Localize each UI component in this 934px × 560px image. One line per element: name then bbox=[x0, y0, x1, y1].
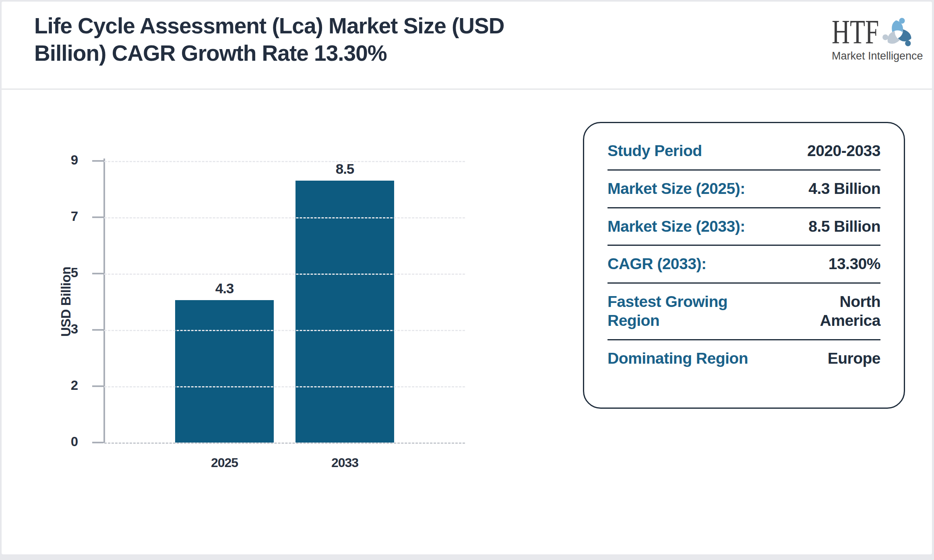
header-divider bbox=[2, 89, 932, 90]
summary-row: Study Period 2020-2033 bbox=[608, 133, 880, 169]
tick-mark bbox=[92, 329, 103, 331]
gridline bbox=[104, 161, 465, 162]
bar-category-label: 2033 bbox=[295, 455, 394, 470]
tick-mark bbox=[92, 442, 103, 443]
bar bbox=[175, 300, 274, 443]
summary-row-label: Fastest Growing Region bbox=[608, 292, 777, 330]
summary-row-label: Dominating Region bbox=[608, 349, 748, 368]
summary-row-label: Study Period bbox=[608, 142, 702, 161]
tick-label: 0 bbox=[71, 434, 78, 449]
summary-panel: Study Period 2020-2033 Market Size (2025… bbox=[583, 122, 905, 409]
report-card: Life Cycle Assessment (Lca) Market Size … bbox=[2, 2, 932, 554]
summary-row-value: North America bbox=[780, 292, 880, 330]
page-title-line: Life Cycle Assessment (Lca) Market Size … bbox=[34, 12, 504, 39]
tick-mark bbox=[92, 160, 103, 162]
htf-logo-brand: HTF bbox=[832, 14, 879, 51]
summary-row-value: 13.30% bbox=[829, 255, 880, 274]
bar-category-label: 2025 bbox=[175, 455, 274, 470]
tick-mark bbox=[92, 273, 103, 274]
bars: 4.3 2025 8.5 2033 bbox=[104, 161, 465, 443]
gridline bbox=[104, 386, 465, 387]
summary-row-value: 2020-2033 bbox=[807, 142, 880, 161]
page-title-line: Billion) CAGR Growth Rate 13.30% bbox=[34, 39, 504, 67]
summary-rows: Study Period 2020-2033 Market Size (2025… bbox=[608, 133, 880, 377]
summary-row-label: Market Size (2033): bbox=[608, 217, 745, 236]
summary-row-label: Market Size (2025): bbox=[608, 179, 745, 198]
htf-logo: HTF Market Inte bbox=[832, 14, 916, 62]
tick-label: 3 bbox=[71, 321, 78, 337]
gridline bbox=[104, 217, 465, 218]
tick-mark bbox=[92, 385, 103, 387]
summary-row: Market Size (2033): 8.5 Billion bbox=[608, 207, 880, 245]
tick-label: 7 bbox=[71, 209, 78, 224]
summary-row-label: CAGR (2033): bbox=[608, 255, 706, 274]
summary-row: Fastest Growing Region North America bbox=[608, 282, 880, 339]
gridline bbox=[104, 330, 465, 331]
summary-row: Market Size (2025): 4.3 Billion bbox=[608, 169, 880, 207]
htf-logo-subtitle: Market Intelligence bbox=[832, 50, 916, 62]
summary-row-value: 4.3 Billion bbox=[808, 179, 880, 198]
htf-logo-top: HTF bbox=[832, 14, 916, 53]
bar-group: 4.3 2025 bbox=[175, 161, 274, 443]
gridline bbox=[104, 274, 465, 275]
tick-label: 9 bbox=[71, 152, 78, 168]
tick-label: 5 bbox=[71, 265, 78, 280]
page-title: Life Cycle Assessment (Lca) Market Size … bbox=[34, 12, 504, 67]
plot-area: 4.3 2025 8.5 2033 975320 bbox=[104, 161, 465, 443]
bar-value-label: 8.5 bbox=[336, 161, 354, 177]
tick-mark bbox=[92, 216, 103, 218]
bar-value-label: 4.3 bbox=[215, 280, 234, 296]
tick-label: 2 bbox=[71, 378, 78, 393]
summary-row-value: 8.5 Billion bbox=[808, 217, 880, 236]
summary-row-value: Europe bbox=[828, 349, 880, 368]
bar bbox=[295, 181, 394, 443]
summary-row: Dominating Region Europe bbox=[608, 339, 880, 377]
summary-row: CAGR (2033): 13.30% bbox=[608, 245, 880, 282]
htf-logo-swirl-icon bbox=[880, 14, 916, 53]
x-axis-baseline bbox=[104, 443, 465, 444]
bar-group: 8.5 2033 bbox=[295, 161, 394, 443]
